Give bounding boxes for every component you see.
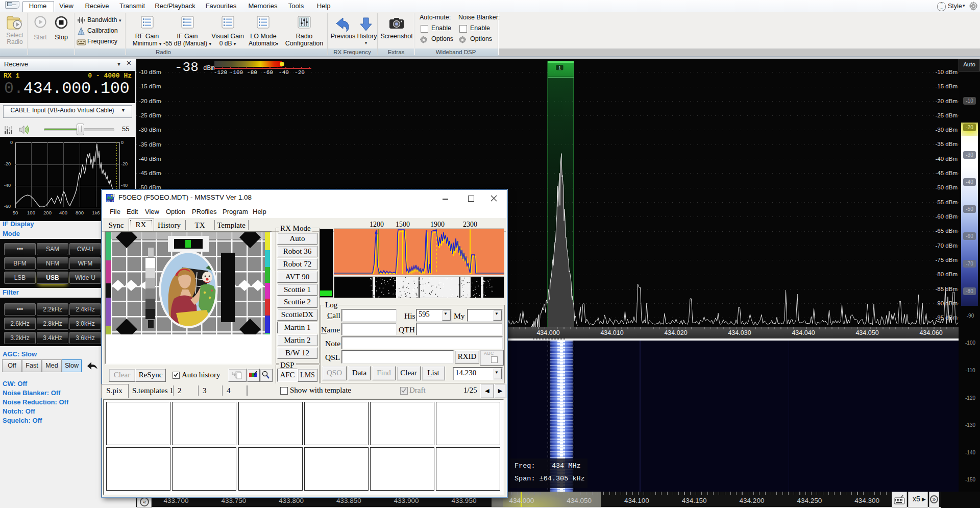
svg-text:SSTV: SSTV	[106, 199, 114, 202]
svg-text:1: 1	[558, 65, 561, 70]
